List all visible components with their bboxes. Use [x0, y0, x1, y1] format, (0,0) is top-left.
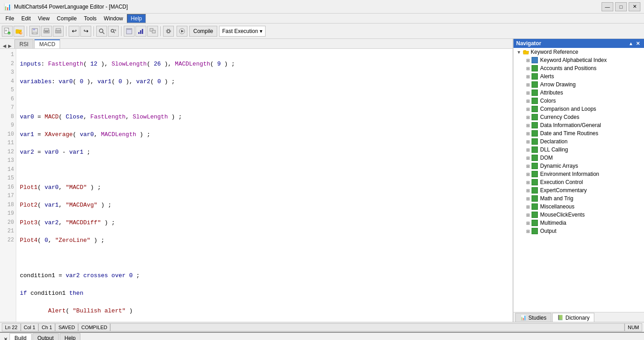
menu-window[interactable]: Window	[100, 14, 127, 23]
bottom-close-button[interactable]: ✕	[2, 336, 9, 340]
code-content[interactable]: inputs: FastLength( 12 ), SlowLength( 26…	[16, 49, 513, 322]
replace-button[interactable]	[108, 26, 119, 37]
tree-item-expert[interactable]: ⊞ ExpertCommentary	[513, 186, 644, 194]
nav-expand-button[interactable]: ▴	[628, 41, 634, 47]
nav-close-button[interactable]: ✕	[635, 41, 641, 47]
svg-rect-3	[5, 31, 7, 31]
currency-expander[interactable]: ⊞	[524, 115, 532, 120]
chart-button[interactable]	[135, 26, 146, 37]
open-button[interactable]: ▾	[14, 26, 24, 37]
undo-button[interactable]: ↩	[69, 26, 79, 37]
misc-expander[interactable]: ⊞	[524, 204, 532, 209]
minimize-button[interactable]: —	[602, 2, 613, 11]
tree-item-declaration[interactable]: ⊞ Declaration	[513, 137, 644, 146]
env-expander[interactable]: ⊞	[524, 172, 532, 177]
compile-button[interactable]: Compile	[189, 26, 217, 37]
math-expander[interactable]: ⊞	[524, 196, 532, 201]
tree-item-kw-alpha[interactable]: ⊞ Keyword Alphabetical Index	[513, 56, 644, 64]
tab-rsi[interactable]: RSI	[14, 39, 33, 48]
tab-next-button[interactable]: ▶	[7, 43, 13, 48]
multimedia-label: Multimedia	[540, 220, 566, 226]
print-button[interactable]	[41, 26, 52, 37]
attributes-expander[interactable]: ⊞	[524, 90, 532, 95]
tree-item-alerts[interactable]: ⊞ Alerts	[513, 72, 644, 80]
nav-tab-dictionary[interactable]: 📗 Dictionary	[552, 313, 594, 322]
dll-expander[interactable]: ⊞	[524, 147, 532, 152]
comparison-expander[interactable]: ⊞	[524, 107, 532, 112]
status-line: Ln 22	[2, 323, 21, 331]
tree-item-env[interactable]: ⊞ Environment Information	[513, 170, 644, 178]
menu-tools[interactable]: Tools	[80, 14, 100, 23]
mouse-expander[interactable]: ⊞	[524, 212, 532, 217]
tree-item-misc[interactable]: ⊞ Miscellaneous	[513, 203, 644, 211]
find-button[interactable]	[96, 26, 107, 37]
tree-item-currency[interactable]: ⊞ Currency Codes	[513, 113, 644, 121]
code-line-5: var1 = XAverage( var0, MACDLength ) ;	[20, 130, 509, 139]
tree-item-attributes[interactable]: ⊞ Attributes	[513, 89, 644, 97]
format-button[interactable]	[124, 26, 135, 37]
tree-item-dll[interactable]: ⊞ DLL Calling	[513, 146, 644, 154]
tree-item-exec[interactable]: ⊞ Execution Control	[513, 178, 644, 186]
menu-edit[interactable]: Edit	[18, 14, 34, 23]
tab-prev-button[interactable]: ◀	[2, 43, 7, 48]
root-expander[interactable]: ▼	[515, 50, 523, 55]
bottom-tabs-bar: ✕ Build Output Help	[0, 333, 644, 340]
exec-expander[interactable]: ⊞	[524, 180, 532, 185]
tree-item-math[interactable]: ⊞ Math and Trig	[513, 194, 644, 203]
menu-view[interactable]: View	[34, 14, 53, 23]
tree-item-dom[interactable]: ⊞ DOM	[513, 154, 644, 162]
new-button[interactable]: +	[2, 26, 13, 37]
toolbar-sep-3	[93, 26, 94, 36]
tree-item-output[interactable]: ⊞ Output	[513, 227, 644, 235]
tree-item-arrow[interactable]: ⊞ Arrow Drawing	[513, 80, 644, 89]
bottom-tab-help[interactable]: Help	[60, 333, 81, 340]
tree-area[interactable]: ▼ Keyword Reference ⊞ Keyword Alphabetic…	[513, 48, 644, 312]
print2-button[interactable]	[53, 26, 64, 37]
arrow-expander[interactable]: ⊞	[524, 82, 532, 87]
close-button[interactable]: ✕	[629, 2, 640, 11]
svg-rect-2	[5, 30, 7, 30]
output-expander[interactable]: ⊞	[524, 229, 532, 234]
window-button[interactable]	[147, 26, 158, 37]
dynamic-expander[interactable]: ⊞	[524, 164, 532, 169]
tree-root[interactable]: ▼ Keyword Reference	[513, 48, 644, 56]
datainfo-expander[interactable]: ⊞	[524, 123, 532, 128]
tree-item-dynamic[interactable]: ⊞ Dynamic Arrays	[513, 162, 644, 170]
tree-item-datainfo[interactable]: ⊞ Data Information/General	[513, 121, 644, 129]
nav-tab-studies[interactable]: 📊 Studies	[515, 313, 551, 322]
code-editor[interactable]: 1 2 3 4 5 6 7 8 9 10 11 12 13 14 15 16 1…	[0, 49, 513, 322]
accounts-icon	[532, 65, 538, 71]
dom-expander[interactable]: ⊞	[524, 156, 532, 161]
tree-item-accounts[interactable]: ⊞ Accounts and Positions	[513, 64, 644, 72]
tree-item-colors[interactable]: ⊞ Colors	[513, 97, 644, 105]
accounts-expander[interactable]: ⊞	[524, 66, 532, 71]
multimedia-expander[interactable]: ⊞	[524, 221, 532, 226]
maximize-button[interactable]: □	[615, 2, 627, 11]
datetime-expander[interactable]: ⊞	[524, 131, 532, 136]
tree-item-multimedia[interactable]: ⊞ Multimedia	[513, 219, 644, 227]
tab-macd[interactable]: MACD	[34, 39, 60, 48]
save-button[interactable]	[29, 26, 40, 37]
colors-icon	[532, 98, 538, 104]
declaration-expander[interactable]: ⊞	[524, 139, 532, 144]
navigator-tabs: 📊 Studies 📗 Dictionary	[513, 312, 644, 322]
bottom-tab-build[interactable]: Build	[9, 333, 32, 340]
kw-alpha-expander[interactable]: ⊞	[524, 58, 532, 63]
currency-icon	[532, 114, 538, 120]
tree-item-datetime[interactable]: ⊞ Date and Time Routines	[513, 129, 644, 137]
menu-file[interactable]: File	[2, 14, 18, 23]
compile-icon-btn[interactable]	[177, 26, 187, 37]
colors-expander[interactable]: ⊞	[524, 99, 532, 104]
tree-item-comparison[interactable]: ⊞ Comparison and Loops	[513, 105, 644, 113]
bottom-tab-output[interactable]: Output	[33, 333, 59, 340]
svg-line-22	[114, 32, 115, 33]
menu-compile[interactable]: Compile	[53, 14, 80, 23]
execution-mode-dropdown[interactable]: Fast Execution ▾	[219, 26, 266, 37]
menu-help[interactable]: Help	[127, 14, 146, 23]
expert-expander[interactable]: ⊞	[524, 188, 532, 193]
redo-button[interactable]: ↪	[80, 26, 91, 37]
settings-button[interactable]	[163, 26, 174, 37]
alerts-expander[interactable]: ⊞	[524, 74, 532, 79]
tree-item-mouse[interactable]: ⊞ MouseClickEvents	[513, 211, 644, 219]
title-controls: — □ ✕	[602, 2, 640, 11]
